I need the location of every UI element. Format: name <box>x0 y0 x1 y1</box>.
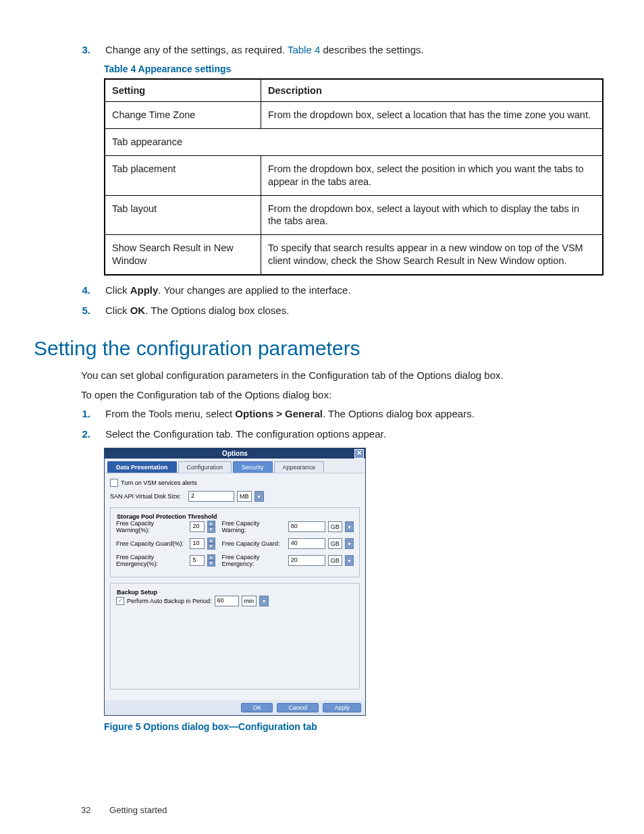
warning-pct-input[interactable]: 20 <box>190 521 204 532</box>
fieldset-title: Backup Setup <box>115 589 159 596</box>
step-text: From the Tools menu, select <box>105 408 235 419</box>
auto-backup-label: Perform Auto Backup in Period: <box>127 598 212 604</box>
table-4-caption: Table 4 Appearance settings <box>104 63 603 74</box>
chevron-up-icon[interactable]: ▲ <box>207 538 215 544</box>
figure-5-caption: Figure 5 Options dialog box—Configuratio… <box>104 721 603 732</box>
warning-pct-spinner[interactable]: ▲▼ <box>207 521 215 533</box>
backup-period-input[interactable]: 60 <box>215 596 239 606</box>
emergency-unit-select[interactable]: GB <box>328 555 342 566</box>
table-row: Show Search Result in New Window To spec… <box>105 235 603 275</box>
options-dialog: Options ✕ Data Presentation Configuratio… <box>104 448 366 716</box>
tab-data-presentation[interactable]: Data Presentation <box>107 461 177 473</box>
warning-unit-select[interactable]: GB <box>328 521 342 532</box>
tab-security[interactable]: Security <box>233 461 273 473</box>
step-4: 4. Click Apply. Your changes are applied… <box>81 284 603 297</box>
chevron-down-icon[interactable]: ▼ <box>259 596 269 606</box>
chevron-up-icon[interactable]: ▲ <box>207 521 215 527</box>
chevron-down-icon[interactable]: ▼ <box>345 538 354 549</box>
step-text: . The Options dialog box appears. <box>323 408 475 419</box>
cell-description: From the dropdown box, select the positi… <box>261 155 603 195</box>
chevron-down-icon[interactable]: ▼ <box>207 527 215 533</box>
vdisk-size-label: SAN API Virtual Disk Size: <box>110 493 186 500</box>
vsm-alerts-checkbox[interactable] <box>110 479 118 487</box>
emergency-abs-label: Free Capacity Emergency: <box>222 554 286 567</box>
chevron-down-icon[interactable]: ▼ <box>207 544 215 550</box>
tab-configuration[interactable]: Configuration <box>178 461 232 473</box>
cfg-step-2: 2. Select the Configuration tab. The con… <box>81 427 603 441</box>
step-number: 3. <box>82 44 90 55</box>
step-text-bold: Apply <box>130 284 159 296</box>
step-text: Click <box>105 284 130 296</box>
emergency-row: Free Capacity Emergency(%): 5 ▲▼ Free Ca… <box>116 554 354 567</box>
step-number: 4. <box>82 284 90 296</box>
vsm-alerts-label: Turn on VSM services alerts <box>121 479 197 486</box>
table-row: Tab placement From the dropdown box, sel… <box>105 155 603 195</box>
table-row: Change Time Zone From the dropdown box, … <box>105 102 603 129</box>
guard-abs-label: Free Capacity Guard: <box>222 540 286 547</box>
cell-setting: Tab layout <box>105 195 261 235</box>
backup-setup-fieldset: Backup Setup ✓ Perform Auto Backup in Pe… <box>110 583 360 689</box>
step-number: 5. <box>82 305 90 316</box>
chevron-down-icon[interactable]: ▼ <box>254 491 264 502</box>
chevron-down-icon[interactable]: ▼ <box>345 521 354 532</box>
table-row: Tab layout From the dropdown box, select… <box>105 195 603 235</box>
step-5: 5. Click OK. The Options dialog box clos… <box>81 304 603 317</box>
chevron-down-icon[interactable]: ▼ <box>207 561 215 567</box>
chevron-down-icon[interactable]: ▼ <box>345 555 354 566</box>
warning-abs-label: Free Capacity Warning: <box>222 520 286 533</box>
guard-abs-input[interactable]: 40 <box>288 538 325 549</box>
backup-unit-select[interactable]: min <box>242 596 257 606</box>
dialog-titlebar: Options ✕ <box>105 448 365 459</box>
emergency-abs-input[interactable]: 20 <box>288 555 325 566</box>
dialog-tabs: Data Presentation Configuration Security… <box>105 459 365 473</box>
col-header-description: Description <box>261 79 603 102</box>
step-text: Change any of the settings, as required. <box>105 44 288 55</box>
section-heading: Setting the configuration parameters <box>34 337 603 360</box>
step-number: 1. <box>82 408 90 419</box>
ok-button[interactable]: OK <box>241 703 273 712</box>
cell-setting: Change Time Zone <box>105 102 261 129</box>
cell-description: From the dropdown box, select a location… <box>261 102 603 129</box>
cfg-step-1: 1. From the Tools menu, select Options >… <box>81 407 603 421</box>
apply-button[interactable]: Apply <box>323 703 361 712</box>
chevron-up-icon[interactable]: ▲ <box>207 554 215 561</box>
cell-description: From the dropdown box, select a layout w… <box>261 195 603 235</box>
emergency-pct-input[interactable]: 5 <box>190 555 204 566</box>
section-paragraph: You can set global configuration paramet… <box>81 368 603 382</box>
guard-row: Free Capacity Guard(%): 10 ▲▼ Free Capac… <box>116 538 354 550</box>
emergency-pct-label: Free Capacity Emergency(%): <box>116 554 187 567</box>
vdisk-size-input[interactable]: 2 <box>188 491 234 502</box>
footer-section: Getting started <box>109 805 167 815</box>
step-text-bold: OK <box>130 305 146 316</box>
storage-pool-threshold-fieldset: Storage Pool Protection Threshold Free C… <box>110 507 360 577</box>
emergency-pct-spinner[interactable]: ▲▼ <box>207 554 215 567</box>
guard-pct-input[interactable]: 10 <box>190 538 204 549</box>
page-number: 32 <box>81 805 90 815</box>
warning-abs-input[interactable]: 80 <box>288 521 325 532</box>
cell-setting: Show Search Result in New Window <box>105 235 261 275</box>
guard-unit-select[interactable]: GB <box>328 538 342 549</box>
guard-pct-spinner[interactable]: ▲▼ <box>207 538 215 550</box>
col-header-setting: Setting <box>105 79 261 102</box>
page-footer: 32 Getting started <box>81 805 167 815</box>
cell-setting: Tab appearance <box>105 129 603 156</box>
step-3: 3. Change any of the settings, as requir… <box>81 43 603 57</box>
step-text: . The Options dialog box closes. <box>145 305 289 316</box>
close-icon[interactable]: ✕ <box>354 449 364 459</box>
step-text: . Your changes are applied to the interf… <box>158 284 350 296</box>
auto-backup-checkbox[interactable]: ✓ <box>116 597 124 605</box>
tab-appearance[interactable]: Appearance <box>274 461 325 473</box>
warning-row: Free Capacity Warning(%): 20 ▲▼ Free Cap… <box>116 520 354 533</box>
section-paragraph: To open the Configuration tab of the Opt… <box>81 388 603 402</box>
vdisk-unit-select[interactable]: MB <box>237 491 252 502</box>
table-4-link[interactable]: Table 4 <box>288 44 320 55</box>
dialog-title: Options <box>222 450 248 457</box>
warning-pct-label: Free Capacity Warning(%): <box>116 520 187 533</box>
step-number: 2. <box>82 428 90 440</box>
step-text: Select the Configuration tab. The config… <box>99 427 603 441</box>
guard-pct-label: Free Capacity Guard(%): <box>116 540 187 547</box>
step-text: describes the settings. <box>320 44 423 55</box>
cancel-button[interactable]: Cancel <box>277 703 319 712</box>
fieldset-title: Storage Pool Protection Threshold <box>115 513 219 520</box>
cell-setting: Tab placement <box>105 155 261 195</box>
